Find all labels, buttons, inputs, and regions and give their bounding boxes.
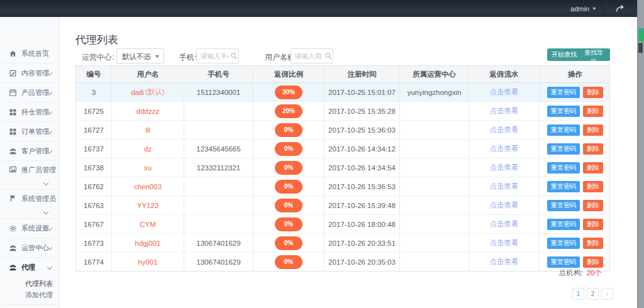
users-icon [9,147,17,155]
cell-username: dddzzz [112,102,184,120]
cell-username: hy001 [112,253,184,271]
center-select[interactable]: 默认不选 [116,48,164,63]
cell-id: 16763 [76,196,112,214]
ratio-badge: 0% [275,199,303,212]
username-text[interactable]: chen003 [134,183,162,190]
reset-password-button[interactable]: 重置密码 [547,106,580,117]
admin-dropdown[interactable]: admin [562,0,605,17]
cell-flow: 点击查看 [469,253,540,271]
cell-register-time: 2017-10-26 15:36:53 [325,177,400,195]
export-button[interactable]: 查找导出 [577,48,610,61]
sidebar-subitem-添加代理[interactable]: 添加代理 [1,289,58,300]
reset-password-button[interactable]: 重置密码 [547,219,580,230]
username-text[interactable]: hdgj001 [135,239,161,247]
delete-button[interactable]: 删除 [583,87,603,98]
cell-phone [184,215,253,233]
calendar-icon [9,89,17,97]
sidebar-item-label: 产品管理 [21,88,49,97]
sidebar-item-代理[interactable]: 代理 [1,258,58,277]
delete-button[interactable]: 删除 [583,181,603,192]
username-text[interactable]: dddzzz [136,107,159,115]
name-input[interactable] [291,48,333,63]
delete-button[interactable]: 删除 [583,162,603,173]
cell-ratio: 0% [253,177,325,195]
sidebar-item-经纪人[interactable]: 经纪人 [1,305,58,308]
sidebar-item-客户管理[interactable]: 客户管理 [1,141,58,160]
logout-arrow-button[interactable] [606,0,633,17]
sidebar-item-系统设置[interactable]: 系统设置 [1,219,58,238]
center-select-value: 默认不选 [122,53,151,60]
view-flow-link[interactable]: 点击查看 [490,201,519,210]
sidebar-item-系统管理员[interactable]: 系统管理员 [1,190,58,218]
delete-button[interactable]: 删除 [583,106,603,117]
table-row: 16773hdgj001130674016290%2017-10-26 20:3… [76,234,609,253]
reset-password-button[interactable]: 重置密码 [547,181,580,192]
cell-id: 16767 [76,215,112,233]
username-text[interactable]: xu [144,164,152,172]
sidebar-item-产品管理[interactable]: 产品管理 [1,83,58,102]
sidebar-subitem-代理列表[interactable]: 代理列表 [1,278,58,289]
ratio-badge: 0% [275,161,303,175]
delete-button[interactable]: 删除 [583,200,603,211]
cell-id: 16773 [76,234,112,252]
sidebar-item-label: 客户管理 [21,146,49,156]
view-flow-link[interactable]: 点击查看 [490,238,519,248]
delete-button[interactable]: 删除 [583,238,603,249]
sidebar-item-持仓管理[interactable]: 持仓管理 [1,102,58,121]
view-flow-link[interactable]: 点击查看 [490,106,519,116]
sidebar-group: 产品管理 [1,83,58,102]
delete-button[interactable]: 删除 [583,256,603,268]
username-text[interactable]: dz [144,145,152,153]
reset-password-button[interactable]: 重置密码 [547,256,580,268]
next-page-button[interactable]: › [601,288,613,300]
view-flow-link[interactable]: 点击查看 [490,87,519,97]
username-text[interactable]: YY123 [137,202,159,209]
flag-icon [9,194,17,202]
scrollbar[interactable] [637,0,644,308]
cell-center [400,253,469,271]
page-button-2[interactable]: 2 [587,288,599,300]
reset-password-button[interactable]: 重置密码 [547,143,580,155]
cell-actions: 重置密码删除 [540,158,611,177]
table-row: 16725dddzzz20%2017-10-25 15:35:28点击查看重置密… [76,102,609,121]
reset-password-button[interactable]: 重置密码 [547,238,580,249]
reset-password-button[interactable]: 重置密码 [547,200,580,211]
view-flow-link[interactable]: 点击查看 [490,182,519,191]
sidebar-item-系统首页[interactable]: 系统首页 [1,44,58,63]
sidebar-item-label: 系统设置 [21,224,49,233]
delete-button[interactable]: 删除 [583,124,603,136]
view-flow-link[interactable]: 点击查看 [490,163,519,172]
cell-register-time: 2017-10-26 14:34:12 [325,140,400,158]
table-header: 编号用户名手机号返佣比例注册时间所属运营中心返佣流水操作 [76,66,609,83]
reset-password-button[interactable]: 重置密码 [547,162,580,173]
phone-input[interactable] [196,48,239,63]
view-flow-link[interactable]: 点击查看 [490,144,519,153]
cell-flow: 点击查看 [469,140,540,158]
sidebar-group: 推广员管理 [1,161,58,190]
cell-ratio: 30% [253,83,325,101]
cell-flow: 点击查看 [469,177,540,195]
sidebar-group: 订单管理 [1,122,58,141]
sidebar-item-订单管理[interactable]: 订单管理 [1,122,58,141]
ratio-badge: 0% [275,217,303,231]
username-text[interactable]: daili [131,89,143,96]
view-flow-link[interactable]: 点击查看 [490,219,519,229]
users-icon [9,263,17,272]
username-text[interactable]: CYM [140,221,156,228]
sidebar-item-推广员管理[interactable]: 推广员管理 [1,161,58,189]
search-button[interactable]: 开始查找 [547,48,581,61]
reset-password-button[interactable]: 重置密码 [547,124,580,136]
scrollbar-thumb[interactable] [638,28,644,42]
sidebar-item-内容管理[interactable]: 内容管理 [1,63,58,82]
page-button-1[interactable]: 1 [572,288,584,300]
reset-password-button[interactable]: 重置密码 [547,87,580,98]
footer-total: 总机构: 20个 [559,268,602,278]
view-flow-link[interactable]: 点击查看 [490,125,519,135]
view-flow-link[interactable]: 点击查看 [490,257,519,267]
username-suffix: (默认) [145,87,165,97]
username-text[interactable]: lll [145,126,150,134]
delete-button[interactable]: 删除 [583,143,603,155]
username-text[interactable]: hy001 [138,258,157,266]
sidebar-item-运营中心[interactable]: 运营中心 [1,238,58,257]
delete-button[interactable]: 删除 [583,219,603,230]
